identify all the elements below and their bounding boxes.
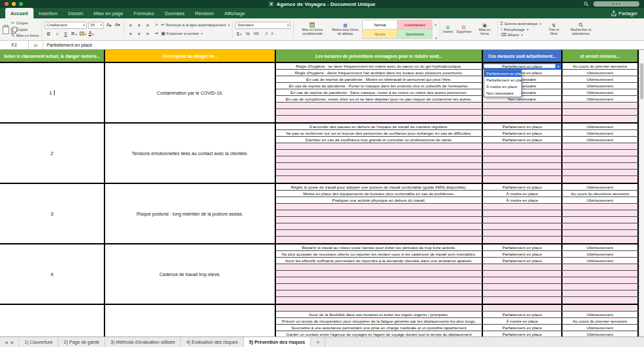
- revision-cell[interactable]: [563, 163, 639, 169]
- sheet-tab[interactable]: 3) Méthode d'évaluation utilisée: [105, 337, 181, 347]
- formula-input[interactable]: Partiellement en place: [43, 41, 92, 49]
- revision-cell[interactable]: [563, 150, 639, 156]
- autosum-button[interactable]: ΣSomme automatique: [501, 22, 541, 26]
- revision-cell[interactable]: Ultérieurement: [563, 331, 639, 336]
- revision-cell[interactable]: Ultérieurement: [563, 197, 639, 203]
- measure-cell[interactable]: Répartir le travail au mieux toute l'ann…: [276, 244, 483, 250]
- thousands-format-button[interactable]: 000: [252, 30, 260, 37]
- bold-button[interactable]: G: [45, 30, 52, 37]
- status-cell[interactable]: [483, 264, 563, 270]
- align-middle-button[interactable]: ≡: [135, 22, 143, 29]
- measure-cell[interactable]: [276, 277, 483, 283]
- measure-cell[interactable]: Garder un contact entre l'agence de voya…: [276, 331, 483, 336]
- measure-cell[interactable]: Prévoir un temps de récupération pour ré…: [276, 318, 483, 324]
- revision-cell[interactable]: Ultérieurement: [563, 130, 639, 136]
- tabs-scroll-left-ic[interactable]: ◀: [5, 340, 8, 344]
- revision-cell[interactable]: Ultérieurement: [563, 96, 639, 102]
- measure-cell[interactable]: [276, 284, 483, 290]
- ribbon-tab[interactable]: Mise en page: [88, 8, 128, 18]
- measure-cell[interactable]: Avoir de la flexibilité dans ses horaire…: [276, 312, 483, 317]
- status-cell[interactable]: Parfaitement en place: [483, 244, 563, 250]
- measure-cell[interactable]: [276, 116, 483, 122]
- measure-cell[interactable]: En cas de symptômes, rester chez soi et …: [276, 96, 483, 102]
- cell-style-option[interactable]: Satisfaisant: [398, 30, 432, 38]
- measure-cell[interactable]: [276, 217, 483, 223]
- align-left-button[interactable]: ≡: [127, 30, 134, 37]
- align-top-button[interactable]: ≡: [127, 22, 134, 29]
- sheet-tab[interactable]: 2) Page de garde: [58, 337, 105, 347]
- cut-button[interactable]: ✂Couper: [11, 21, 39, 26]
- revision-cell[interactable]: Au cours du premier semestre: [563, 318, 639, 324]
- tabs-scroll-right-icon[interactable]: ▶: [11, 340, 14, 344]
- revision-cell[interactable]: Ultérieurement: [563, 70, 639, 76]
- zoom-button[interactable]: [19, 2, 23, 6]
- status-cell[interactable]: Parfaitement en place: [483, 124, 563, 129]
- find-select-button[interactable]: Rechercher et sélectionner: [566, 22, 595, 36]
- status-cell[interactable]: Parfaitement en place: [483, 258, 563, 264]
- name-box[interactable]: F2: [0, 41, 29, 49]
- measure-cell[interactable]: [276, 290, 483, 296]
- share-button[interactable]: Partager: [605, 8, 644, 18]
- measure-cell[interactable]: Soumettre à une assurance permettant une…: [276, 325, 483, 331]
- status-cell[interactable]: Parfaitement en place: [483, 184, 563, 190]
- column-header-danger-number[interactable]: Selon le classement actuel, le danger nu…: [0, 50, 105, 62]
- danger-number-cell[interactable]: 2: [0, 124, 105, 183]
- delete-cells-button[interactable]: ⊟Supprimer: [456, 25, 471, 34]
- measure-cell[interactable]: [276, 237, 483, 243]
- status-cell[interactable]: [483, 217, 563, 223]
- measure-cell[interactable]: [276, 204, 483, 210]
- measure-cell[interactable]: [276, 271, 483, 277]
- danger-label-cell[interactable]: Contamination par le COVID-19.: [105, 63, 276, 122]
- status-cell[interactable]: [483, 271, 563, 277]
- format-painter-button[interactable]: ✎Mise en forme: [11, 34, 39, 38]
- measure-cell[interactable]: [276, 176, 483, 183]
- column-header-revision[interactable]: et seront révisées...: [563, 50, 639, 62]
- status-cell[interactable]: À mettre en place: [483, 197, 563, 203]
- danger-label-cell[interactable]: Tensions émotionnelles liées au contact …: [105, 124, 276, 183]
- revision-cell[interactable]: [563, 210, 639, 216]
- indent-button[interactable]: ⇥: [152, 30, 160, 37]
- revision-cell[interactable]: [563, 297, 639, 304]
- revision-cell[interactable]: [563, 204, 639, 210]
- ribbon-tab[interactable]: Données: [160, 8, 190, 18]
- fill-button[interactable]: ↓Remplissage: [501, 27, 541, 32]
- revision-cell[interactable]: Ultérieurement: [563, 244, 639, 250]
- measure-cell[interactable]: [276, 170, 483, 175]
- align-center-button[interactable]: ≡: [135, 30, 143, 37]
- increase-font-size-button[interactable]: A▴: [105, 22, 112, 29]
- measure-cell[interactable]: [276, 150, 483, 156]
- status-cell[interactable]: [483, 305, 563, 311]
- status-cell[interactable]: À mettre en place: [483, 191, 563, 197]
- sheet-tab[interactable]: 4) Évaluation des risques: [181, 337, 244, 347]
- insert-cells-button[interactable]: ⊞Insérer: [443, 25, 453, 34]
- status-cell[interactable]: [483, 223, 563, 229]
- revision-cell[interactable]: [563, 116, 639, 122]
- revision-cell[interactable]: Ultérieurement: [563, 325, 639, 331]
- ribbon-tab[interactable]: Accueil: [5, 8, 34, 18]
- status-cell[interactable]: [483, 103, 563, 108]
- font-family-select[interactable]: Chalkboard: [45, 22, 87, 29]
- number-format-select[interactable]: Standard: [235, 22, 290, 29]
- measure-cell[interactable]: [276, 163, 483, 169]
- revision-cell[interactable]: [563, 176, 639, 183]
- revision-cell[interactable]: Ultérieurement: [563, 184, 639, 190]
- revision-cell[interactable]: [563, 284, 639, 290]
- status-cell[interactable]: [483, 237, 563, 243]
- ribbon-tab[interactable]: Formules: [128, 8, 159, 18]
- status-cell[interactable]: Partiellement en place▾: [483, 63, 563, 69]
- status-cell[interactable]: [483, 230, 563, 236]
- cell-style-option[interactable]: Insatisfaisant: [398, 20, 432, 29]
- sort-filter-button[interactable]: ⇅Trier et filtrer: [543, 23, 564, 36]
- dropdown-arrow-button[interactable]: ▾: [555, 63, 561, 69]
- revision-cell[interactable]: [563, 277, 639, 283]
- revision-cell[interactable]: [563, 143, 639, 149]
- sheet-tab[interactable]: 5) Prévention des risques: [244, 337, 311, 347]
- revision-cell[interactable]: [563, 170, 639, 175]
- revision-cell[interactable]: Ultérieurement: [563, 83, 639, 89]
- cell-style-option[interactable]: Neutre: [363, 30, 397, 38]
- measure-cell[interactable]: [276, 223, 483, 229]
- paste-button[interactable]: [3, 25, 9, 34]
- status-cell[interactable]: Parfaitement en place: [483, 331, 563, 336]
- status-cell[interactable]: [483, 277, 563, 283]
- revision-cell[interactable]: [563, 230, 639, 236]
